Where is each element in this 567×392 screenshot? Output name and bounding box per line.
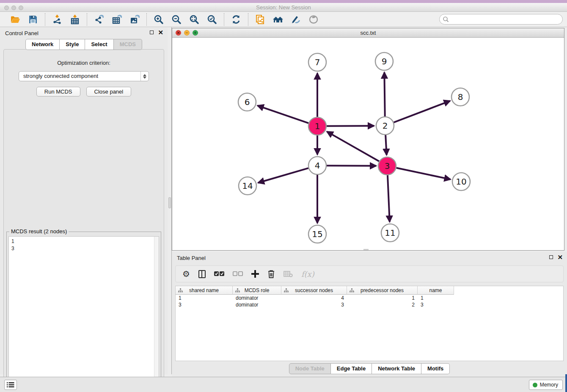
search-input[interactable] xyxy=(439,14,563,25)
open-session-icon[interactable] xyxy=(9,14,21,25)
tab-mcds[interactable]: MCDS xyxy=(114,39,142,50)
network-graph: 7968124314101511 xyxy=(172,38,564,250)
table-settings-gear-icon[interactable]: ⚙ xyxy=(182,269,190,279)
float-panel-icon[interactable] xyxy=(150,30,154,34)
network-window-title: scc.txt xyxy=(172,30,564,36)
close-table-panel-icon[interactable]: ✕ xyxy=(557,255,563,259)
graph-edge-3-11[interactable] xyxy=(388,175,390,222)
graph-node-14[interactable]: 14 xyxy=(239,177,256,195)
table-panel-title: Table Panel xyxy=(177,255,206,261)
mcds-panel: Optimization criterion: strongly connect… xyxy=(3,49,164,392)
tab-network[interactable]: Network xyxy=(25,39,60,50)
save-session-icon[interactable] xyxy=(27,14,39,25)
import-network-icon[interactable] xyxy=(51,14,63,25)
column-header-shared-name[interactable]: shared name xyxy=(176,286,233,295)
dropdown-stepper-icon xyxy=(140,72,149,81)
tab-style[interactable]: Style xyxy=(60,39,85,50)
graph-node-label: 1 xyxy=(315,121,320,131)
network-canvas[interactable]: 7968124314101511 xyxy=(172,38,564,250)
export-image-icon[interactable] xyxy=(129,14,140,25)
deselect-all-icon[interactable] xyxy=(233,269,243,279)
graph-node-label: 9 xyxy=(382,56,387,66)
delete-column-trash-icon[interactable] xyxy=(267,269,275,279)
delete-table-icon[interactable] xyxy=(284,269,293,279)
show-columns-icon[interactable] xyxy=(198,269,206,279)
run-mcds-button[interactable]: Run MCDS xyxy=(36,87,80,97)
table-panel-tabs: Node TableEdge TableNetwork TableMotifs xyxy=(172,363,567,374)
export-table-icon[interactable] xyxy=(111,14,123,25)
mcds-result-title: MCDS result (2 nodes) xyxy=(9,228,69,235)
function-builder-icon[interactable]: f(x) xyxy=(301,269,314,279)
task-list-icon xyxy=(7,382,14,388)
optimization-criterion-label: Optimization criterion: xyxy=(4,60,164,66)
zoom-fit-icon[interactable] xyxy=(188,14,200,25)
column-header-MCDS-role[interactable]: MCDS role xyxy=(233,286,281,295)
import-table-icon[interactable] xyxy=(69,14,81,25)
column-header-successor-nodes[interactable]: successor nodes xyxy=(281,286,347,295)
graph-edge-2-3[interactable] xyxy=(385,135,386,155)
graph-edge-3-10[interactable] xyxy=(396,168,451,179)
add-column-icon[interactable] xyxy=(251,269,259,279)
zoom-selected-icon[interactable] xyxy=(206,14,218,25)
window-resize-handle[interactable] xyxy=(363,249,369,250)
graph-edge-1-2[interactable] xyxy=(327,126,374,126)
table-header-row: shared nameMCDS rolesuccessor nodesprede… xyxy=(176,286,563,295)
column-header-name[interactable]: name xyxy=(418,286,454,295)
zoom-out-icon[interactable] xyxy=(171,14,182,25)
graph-edge-2-8[interactable] xyxy=(394,101,450,122)
memory-button[interactable]: Memory xyxy=(529,380,563,390)
clone-network-icon[interactable] xyxy=(254,14,266,25)
graph-node-9[interactable]: 9 xyxy=(375,52,393,70)
graph-edge-2-9[interactable] xyxy=(384,72,385,116)
export-network-icon[interactable] xyxy=(93,14,105,25)
float-table-panel-icon[interactable] xyxy=(549,255,553,259)
graph-edge-1-6[interactable] xyxy=(258,105,309,123)
graph-node-label: 4 xyxy=(315,160,320,171)
table-cell: 3 xyxy=(176,301,233,308)
panel-split-divider[interactable] xyxy=(168,27,172,374)
split-handle[interactable] xyxy=(168,197,171,208)
main-toolbar xyxy=(0,12,567,27)
graph-node-11[interactable]: 11 xyxy=(381,224,399,242)
tab-edge-table[interactable]: Edge Table xyxy=(331,363,372,374)
graph-edge-4-3[interactable] xyxy=(327,166,376,166)
node-table: shared nameMCDS rolesuccessor nodesprede… xyxy=(175,286,564,361)
graph-node-7[interactable]: 7 xyxy=(308,53,326,71)
tab-motifs[interactable]: Motifs xyxy=(421,363,450,374)
result-scrollbar[interactable] xyxy=(154,237,159,390)
task-history-button[interactable] xyxy=(4,380,17,390)
criterion-dropdown[interactable]: strongly connected component xyxy=(19,71,149,81)
tab-node-table[interactable]: Node Table xyxy=(289,363,331,374)
graph-node-4[interactable]: 4 xyxy=(308,157,326,174)
graph-node-10[interactable]: 10 xyxy=(452,173,470,190)
home-icon[interactable] xyxy=(272,14,284,25)
graph-node-2[interactable]: 2 xyxy=(376,117,394,135)
hide-selected-icon[interactable] xyxy=(290,14,302,25)
tab-select[interactable]: Select xyxy=(85,39,113,50)
mcds-result-text[interactable]: 13 xyxy=(8,236,159,390)
table-cell: 2 xyxy=(347,301,418,308)
table-row[interactable]: 1dominator411 xyxy=(176,295,563,301)
control-panel: Control Panel ✕ NetworkStyleSelectMCDS O… xyxy=(0,27,168,374)
graph-node-1[interactable]: 1 xyxy=(308,117,326,135)
apply-layout-icon[interactable] xyxy=(230,14,242,25)
graph-node-label: 11 xyxy=(385,228,395,238)
network-window-titlebar[interactable]: ✕ − + scc.txt xyxy=(172,28,564,38)
show-all-icon[interactable] xyxy=(308,14,319,25)
column-header-predecessor-nodes[interactable]: predecessor nodes xyxy=(347,286,418,295)
close-panel-button[interactable]: Close panel xyxy=(86,87,132,97)
tab-network-table[interactable]: Network Table xyxy=(372,363,421,374)
select-all-icon[interactable] xyxy=(214,269,224,279)
close-panel-icon[interactable]: ✕ xyxy=(158,30,163,35)
zoom-in-icon[interactable] xyxy=(153,14,165,25)
graph-node-label: 7 xyxy=(315,57,320,67)
graph-edge-4-14[interactable] xyxy=(258,168,308,183)
graph-node-3[interactable]: 3 xyxy=(378,157,396,175)
desktop-background-strip xyxy=(0,0,567,3)
graph-node-8[interactable]: 8 xyxy=(451,88,469,106)
graph-edge-3-1[interactable] xyxy=(327,132,379,161)
table-row[interactable]: 3dominator323 xyxy=(176,301,563,308)
graph-node-6[interactable]: 6 xyxy=(238,93,256,111)
graph-node-15[interactable]: 15 xyxy=(308,225,326,243)
criterion-dropdown-value: strongly connected component xyxy=(23,73,98,79)
